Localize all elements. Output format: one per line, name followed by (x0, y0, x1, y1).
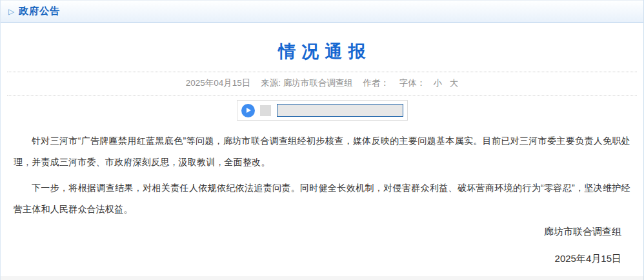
page-footer-strip (1, 276, 643, 280)
source-label: 来源: 廊坊市联合调查组 (261, 78, 353, 88)
font-smaller-button[interactable]: 小 (433, 78, 442, 88)
breadcrumb[interactable]: ▷ 政府公告 (1, 0, 643, 23)
font-larger-button[interactable]: 大 (450, 78, 459, 88)
paragraph: 针对三河市“广告牌匾禁用红蓝黑底色”等问题，廊坊市联合调查组经初步核查，媒体反映… (14, 130, 630, 173)
article-container: 情况通报 2025年04月15日 来源: 廊坊市联合调查组 作者： 字体：小大 … (1, 40, 643, 265)
play-button[interactable] (241, 104, 255, 117)
author-label: 作者： (363, 78, 389, 88)
article-body: 针对三河市“广告牌匾禁用红蓝黑底色”等问题，廊坊市联合调查组经初步核查，媒体反映… (1, 121, 643, 265)
signature: 廊坊市联合调查组 (14, 226, 630, 238)
publish-date: 2025年04月15日 (186, 78, 251, 88)
article-meta-bar: 2025年04月15日 来源: 廊坊市联合调查组 作者： 字体：小大 (7, 72, 637, 95)
audio-player (237, 100, 408, 121)
page: ▷ 政府公告 情况通报 2025年04月15日 来源: 廊坊市联合调查组 作者：… (0, 0, 644, 280)
paragraph: 下一步，将根据调查结果，对相关责任人依规依纪依法追责问责。同时健全长效机制，对侵… (14, 177, 630, 220)
play-icon (247, 108, 251, 113)
breadcrumb-label[interactable]: 政府公告 (19, 5, 60, 17)
font-size-label: 字体： (399, 78, 426, 88)
audio-stop-button[interactable] (260, 105, 271, 116)
signature-date: 2025年4月15日 (14, 253, 630, 265)
audio-progress-bar[interactable] (277, 104, 403, 117)
page-title: 情况通报 (1, 40, 643, 63)
chevron-right-icon: ▷ (8, 8, 14, 15)
